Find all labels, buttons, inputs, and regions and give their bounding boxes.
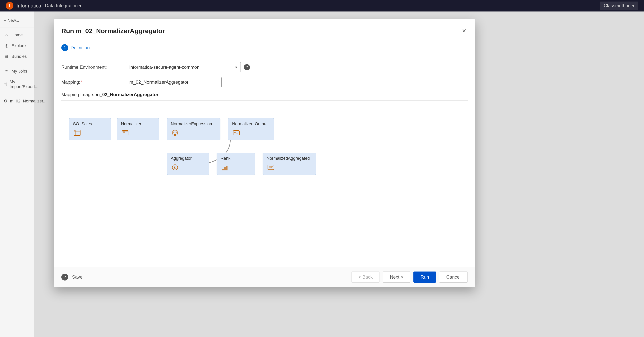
explore-icon: ◎ (4, 43, 9, 48)
run-modal: Run m_02_NormalizerAggregator × 1 Defini… (54, 19, 475, 287)
node-aggregator: Aggregator Σ (167, 153, 209, 175)
select-arrow-icon: ▾ (235, 65, 237, 69)
svg-rect-17 (122, 131, 128, 132)
runtime-select-wrapper[interactable]: informatica-secure-agent-common ▾ (126, 62, 241, 72)
mapping-label: Mapping:* (61, 79, 123, 85)
step-number: 1 (61, 44, 68, 51)
modal-header: Run m_02_NormalizerAggregator × (54, 19, 475, 40)
modal-title: Run m_02_NormalizerAggregator (61, 27, 165, 35)
svg-point-20 (176, 132, 177, 133)
svg-rect-23 (236, 133, 238, 133)
node-normalized-aggregated: NormalizedAggregated (262, 153, 316, 175)
aggregator-icon: Σ (171, 163, 179, 172)
app-title: Informatica (16, 3, 41, 9)
svg-rect-26 (222, 169, 224, 170)
node-so-sales: SO_Sales (69, 118, 111, 140)
normalizer-icon (121, 129, 130, 137)
footer-right: < Back Next > Run Cancel (351, 272, 468, 283)
node-normalizer: Normalizer (117, 118, 159, 140)
home-icon: ⌂ (4, 32, 9, 38)
bundles-icon: ▦ (4, 54, 9, 59)
sidebar-item-explore[interactable]: ◎ Explore (0, 40, 34, 51)
normalizer-expression-icon (171, 129, 179, 137)
sidebar-item-myjobs[interactable]: ≡ My Jobs (0, 66, 34, 77)
svg-rect-22 (236, 132, 239, 132)
runtime-select-value: informatica-secure-agent-common (130, 64, 199, 70)
top-bar: i Informatica Data Integration ▾ Classme… (0, 0, 644, 11)
help-button[interactable]: ? (61, 274, 68, 281)
footer-left: ? Save (61, 274, 82, 281)
svg-rect-31 (270, 167, 272, 168)
sidebar-new[interactable]: + New... (0, 15, 34, 26)
modal-steps: 1 Definition (54, 40, 475, 55)
runtime-row: Runtime Environment: informatica-secure-… (61, 62, 468, 72)
app-section: Data Integration ▾ (45, 3, 82, 8)
svg-text:Σ: Σ (174, 165, 176, 169)
run-button[interactable]: Run (414, 272, 436, 283)
flow-diagram: SO_Sales Normalizer NormalizerExpression (61, 107, 468, 214)
modal-footer: ? Save < Back Next > Run Cancel (54, 267, 475, 287)
back-button[interactable]: < Back (351, 272, 380, 283)
so-sales-icon (73, 129, 82, 137)
runtime-label: Runtime Environment: (61, 64, 123, 70)
sidebar-bottom: ⚙ m_02_Normalizer... (0, 96, 34, 106)
sidebar-item-home[interactable]: ⌂ Home (0, 30, 34, 40)
importexport-icon: ⇅ (4, 82, 7, 87)
svg-rect-12 (74, 130, 80, 136)
top-bar-right: Classmethod ▾ (600, 1, 638, 10)
mapping-input[interactable] (126, 77, 222, 87)
sidebar: + New... ⌂ Home ◎ Explore ▦ Bundles ≡ My… (0, 11, 34, 337)
mapping-row: Mapping:* (61, 77, 468, 87)
node-rank: Rank (216, 153, 255, 175)
recent-icon: ⚙ (4, 98, 8, 104)
sidebar-item-recent[interactable]: ⚙ m_02_Normalizer... (0, 96, 34, 106)
mapping-section: Mapping Image: m_02_NormalizerAggregator (61, 92, 468, 214)
normalized-aggregated-icon (266, 163, 275, 172)
svg-point-19 (173, 132, 174, 133)
sidebar-divider-2 (0, 64, 34, 64)
svg-rect-27 (224, 167, 226, 170)
sidebar-item-importexport[interactable]: ⇅ My Import/Export... (0, 77, 34, 92)
svg-rect-30 (270, 166, 273, 167)
cancel-button[interactable]: Cancel (439, 272, 468, 283)
node-normalizer-output: Normalizer_Output (228, 118, 274, 140)
app-logo: i (6, 2, 14, 9)
svg-rect-28 (226, 166, 228, 170)
rank-icon (220, 163, 229, 172)
modal-body: Runtime Environment: informatica-secure-… (54, 55, 475, 267)
sidebar-item-bundles[interactable]: ▦ Bundles (0, 51, 34, 62)
sidebar-divider (0, 27, 34, 28)
step-label: Definition (70, 45, 90, 50)
step-definition: 1 Definition (61, 44, 468, 51)
save-button[interactable]: Save (72, 274, 82, 280)
normalizer-output-icon (232, 129, 240, 137)
myjobs-icon: ≡ (4, 68, 9, 74)
classmethod-button[interactable]: Classmethod ▾ (600, 1, 638, 10)
next-button[interactable]: Next > (383, 272, 410, 283)
runtime-info-icon[interactable]: ? (244, 64, 250, 70)
modal-close-button[interactable]: × (460, 25, 468, 36)
mapping-image-title: Mapping Image: m_02_NormalizerAggregator (61, 92, 468, 97)
node-normalizer-expression: NormalizerExpression (167, 118, 220, 140)
